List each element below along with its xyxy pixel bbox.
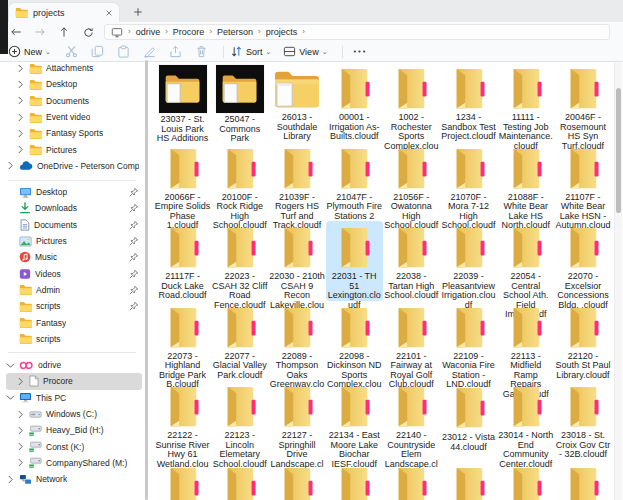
file-item-22123-lincoln-elemetary-school-cloudf[interactable]: 22123 - Lincoln Elemetary School.cloudf xyxy=(211,380,268,460)
file-item-00001-irrigation-as-builts-cloudf[interactable]: 00001 - Irrigation As-Builts.cloudf xyxy=(326,62,383,142)
rename-button[interactable] xyxy=(139,44,161,60)
paste-button[interactable] xyxy=(113,44,135,60)
file-item-21088f-white-bear-lake-hs-north-cloudf[interactable]: 21088F - White Bear Lake HS North.cloudf xyxy=(497,142,554,222)
sidebar-item-network[interactable]: Network xyxy=(6,471,142,487)
sidebar-item-companyshared-m[interactable]: CompanyShared (M:) xyxy=(6,455,142,471)
file-item-22098-dickinson-nd-sports-complex-cloudf[interactable]: 22098 - Dickinson ND Sports Complex.clou… xyxy=(326,301,383,381)
file-item-23012-vista-44-cloudf[interactable]: 23012 - Vista 44.cloudf xyxy=(440,380,497,460)
sidebar-item-documents[interactable]: Documents xyxy=(6,217,142,233)
file-item-26013-southdale-library[interactable]: 26013 - Southdale Library xyxy=(268,62,325,142)
copy-button[interactable] xyxy=(87,44,109,60)
file-item-partial[interactable] xyxy=(554,460,611,500)
file-item-partial[interactable] xyxy=(154,460,211,500)
sidebar-item-music[interactable]: Music xyxy=(6,249,142,265)
file-item-partial[interactable] xyxy=(440,460,497,500)
sidebar-scrollbar[interactable] xyxy=(145,60,148,500)
file-item-21056f-owatonna-high-school-cloudf[interactable]: 21056F - Owatonna High School.cloudf xyxy=(383,142,440,222)
file-item-22039-pleasantview-irrigation-cloudf[interactable]: 22039 - Pleasantview Irrigation.cloudf xyxy=(440,221,497,301)
file-item-22077-glacial-valley-park-cloudf[interactable]: 22077 - Glacial Valley Park.cloudf xyxy=(211,301,268,381)
sidebar-item-pictures[interactable]: Pictures xyxy=(6,141,142,157)
sidebar-item-scripts[interactable]: scripts xyxy=(6,298,142,314)
sidebar-item-fantasy[interactable]: Fantasy xyxy=(6,314,142,330)
chevron-right-icon[interactable] xyxy=(16,145,25,154)
file-item-22140-countryside-elem-landscape-clo[interactable]: 22140 - Countryside Elem Landscape.clo..… xyxy=(383,380,440,460)
file-item-22038-tartan-high-school-cloudf[interactable]: 22038 - Tartan High School.cloudf xyxy=(383,221,440,301)
sidebar-item-fantasy-sports[interactable]: Fantasy Sports xyxy=(6,125,142,141)
file-item-1002-rochester-sports-complex-cloudf[interactable]: 1002 - Rochester Sports Complex.cloudf xyxy=(383,62,440,142)
sidebar-item-windows-c[interactable]: Windows (C:) xyxy=(6,406,142,422)
file-item-21047f-plymouth-fire-stations-2-and-3-cl[interactable]: 21047F - Plymouth Fire Stations 2 and 3.… xyxy=(326,142,383,222)
file-item-22127-springhill-drive-landscape-cloudf[interactable]: 22127 - Springhill Drive Landscape.cloud… xyxy=(268,380,325,460)
sidebar-item-attachments[interactable]: Attachments xyxy=(6,60,142,76)
file-item-20046f-rosemount-hs-syn-turf-cloudf[interactable]: 20046F - Rosemount HS Syn Turf.cloudf xyxy=(554,62,611,142)
file-item-23037-st-louis-park-hs-additions[interactable]: 23037 - St. Louis Park HS Additions xyxy=(154,62,211,142)
sidebar-item-videos[interactable]: Videos xyxy=(6,265,142,281)
chevron-down-icon[interactable] xyxy=(6,362,15,369)
file-item-21117f-duck-lake-road-cloudf[interactable]: 21117F - Duck Lake Road.cloudf xyxy=(154,221,211,301)
file-item-22122-sunrise-river-hwy-61-wetland-cloud[interactable]: 22122 - Sunrise River Hwy 61 Wetland.clo… xyxy=(154,380,211,460)
file-item-21107f-white-bear-lake-hsn-autumn-cloudf[interactable]: 21107F - White Bear Lake HSN - Autumn.cl… xyxy=(554,142,611,222)
chevron-right-icon[interactable] xyxy=(16,377,25,386)
sidebar-item-this-pc[interactable]: This PC xyxy=(6,390,142,406)
breadcrumb-item-projects[interactable]: projects xyxy=(266,27,298,37)
chevron-right-icon[interactable] xyxy=(16,113,25,122)
file-item-22073-highland-bridge-park-b-cloudf[interactable]: 22073 - Highland Bridge Park B.cloudf xyxy=(154,301,211,381)
file-item-22134-east-moore-lake-biochar-iesf-cloud[interactable]: 22134 - East Moore Lake Biochar IESF.clo… xyxy=(326,380,383,460)
chevron-down-icon[interactable] xyxy=(6,394,15,401)
file-item-22120-south-st-paul-library-cloudf[interactable]: 22120 - South St Paul Library.cloudf xyxy=(554,301,611,381)
sidebar-item-scripts[interactable]: scripts xyxy=(6,331,142,347)
cut-button[interactable] xyxy=(61,44,83,60)
file-item-22109-waconia-fire-station-lnd-cloudf[interactable]: 22109 - Waconia Fire Station - LND.cloud… xyxy=(440,301,497,381)
sidebar-item-admin[interactable]: Admin xyxy=(6,282,142,298)
file-item-partial[interactable] xyxy=(383,460,440,500)
file-item-21039f-rogers-hs-turf-and-track-cloudf[interactable]: 21039F - Rogers HS Turf and Track.cloudf xyxy=(268,142,325,222)
sidebar-item-desktop[interactable]: Desktop xyxy=(6,184,142,200)
file-item-partial[interactable] xyxy=(497,460,554,500)
breadcrumb-item-peterson[interactable]: Peterson xyxy=(217,27,253,37)
chevron-right-icon[interactable] xyxy=(6,161,15,170)
chevron-right-icon[interactable] xyxy=(16,96,25,105)
view-button[interactable]: View ⌄ xyxy=(283,45,327,58)
vertical-scrollbar-thumb[interactable] xyxy=(616,88,621,213)
back-button[interactable] xyxy=(8,25,24,39)
chevron-right-icon[interactable] xyxy=(16,64,25,73)
chevron-right-icon[interactable] xyxy=(16,442,25,451)
file-item-23014-north-end-community-center-cloudf[interactable]: 23014 - North End Community Center.cloud… xyxy=(497,380,554,460)
delete-button[interactable] xyxy=(191,44,213,60)
file-item-22070-excelsior-concessions-bldg-cloudf[interactable]: 22070 - Excelsior Concessions Bldg. .clo… xyxy=(554,221,611,301)
file-item-20066f-empire-solids-phase-1-cloudf[interactable]: 20066F - Empire Solids Phase 1.cloudf xyxy=(154,142,211,222)
chevron-right-icon[interactable] xyxy=(6,475,15,484)
up-button[interactable] xyxy=(56,25,72,39)
tab-projects[interactable]: projects xyxy=(8,2,120,22)
file-item-partial[interactable] xyxy=(268,460,325,500)
sidebar-item-heavy-bid-h[interactable]: Heavy_Bid (H:) xyxy=(6,422,142,438)
file-item-22113-midfield-ramp-repairs-gate-cloudf[interactable]: 22113 - Midfield Ramp Repairs Gate.cloud… xyxy=(497,301,554,381)
new-tab-button[interactable] xyxy=(131,5,145,19)
file-item-22054-central-school-ath-field-imp-cloud[interactable]: 22054 - Central School Ath. Field Imp.cl… xyxy=(497,221,554,301)
sidebar-item-odrive[interactable]: odrive xyxy=(6,357,142,373)
sidebar-item-onedrive-peterson-companies-inc[interactable]: OneDrive - Peterson Companies, Inc xyxy=(6,158,142,174)
file-item-22089-thompson-oaks-greenway-cloudf[interactable]: 22089 - Thompson Oaks Greenway.cloudf xyxy=(268,301,325,381)
file-item-22030-210th-csah-9-recon-lakeville-cloud[interactable]: 22030 - 210th CSAH 9 Recon Lakeville.clo… xyxy=(268,221,325,301)
sidebar-item-downloads[interactable]: Downloads xyxy=(6,200,142,216)
sidebar-item-procore[interactable]: Procore xyxy=(6,373,142,389)
close-icon[interactable] xyxy=(105,9,113,17)
refresh-button[interactable] xyxy=(80,25,96,39)
chevron-right-icon[interactable] xyxy=(16,410,25,419)
sidebar-item-desktop[interactable]: Desktop xyxy=(6,76,142,92)
file-item-22101-fairway-at-royal-golf-club-cloudf[interactable]: 22101 - Fairway at Royal Golf Club.cloud… xyxy=(383,301,440,381)
file-item-partial[interactable] xyxy=(211,460,268,500)
breadcrumb[interactable]: ›odrive›Procore›Peterson›projects› xyxy=(104,24,610,40)
file-item-22023-csah-32-cliff-road-fence-cloudf[interactable]: 22023 - CSAH 32 Cliff Road Fence.cloudf xyxy=(211,221,268,301)
sidebar-item-event-video[interactable]: Event video xyxy=(6,109,142,125)
sort-button[interactable]: Sort ⌄ xyxy=(230,45,271,58)
file-item-25047-commons-park[interactable]: 25047 - Commons Park xyxy=(211,62,268,142)
new-button[interactable]: New ⌄ xyxy=(8,45,51,58)
file-item-21070f-mora-7-12-high-school-cloudf[interactable]: 21070F - Mora 7-12 High School.cloudf xyxy=(440,142,497,222)
sidebar-item-pictures[interactable]: Pictures xyxy=(6,233,142,249)
sidebar-item-const-k[interactable]: Const (K:) xyxy=(6,438,142,454)
more-options-button[interactable] xyxy=(349,44,371,60)
chevron-right-icon[interactable] xyxy=(16,129,25,138)
breadcrumb-item-odrive[interactable]: odrive xyxy=(136,27,161,37)
file-item-22031-th-51-lexington-cloudf[interactable]: 22031 - TH 51 Lexington.cloudf xyxy=(326,221,383,301)
